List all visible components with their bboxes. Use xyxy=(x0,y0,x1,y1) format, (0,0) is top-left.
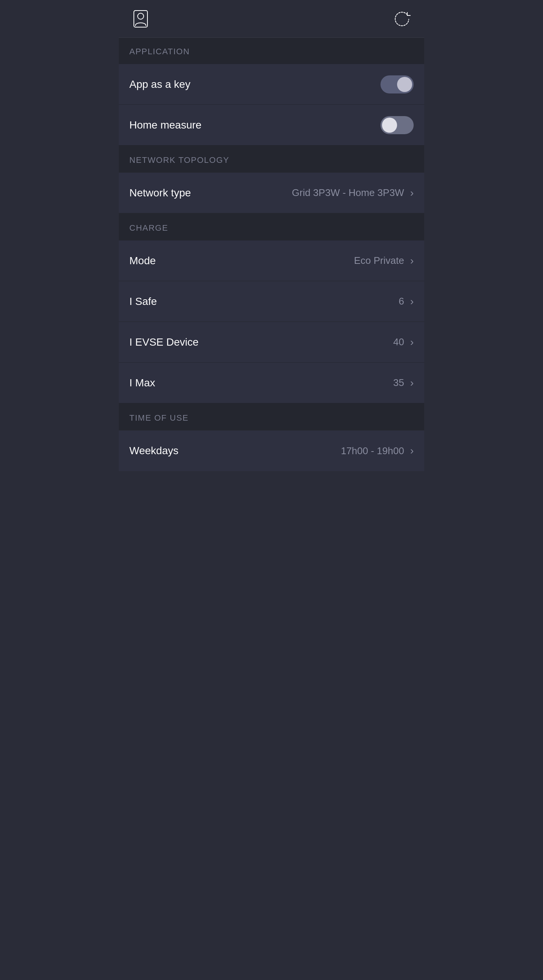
row-label-i-safe: I Safe xyxy=(129,296,157,307)
row-label-mode: Mode xyxy=(129,255,156,267)
chevron-icon-i-safe: › xyxy=(410,296,414,307)
row-label-weekdays: Weekdays xyxy=(129,445,178,457)
row-home-measure[interactable]: Home measure xyxy=(119,105,424,145)
row-right-app-as-a-key xyxy=(381,75,414,94)
row-right-mode: Eco Private› xyxy=(354,255,414,267)
section-label-time-of-use: TIME OF USE xyxy=(129,413,188,423)
row-right-home-measure xyxy=(381,116,414,134)
row-right-i-evse-device: 40› xyxy=(393,336,414,348)
row-label-app-as-a-key: App as a key xyxy=(129,78,190,91)
chevron-icon-mode: › xyxy=(410,255,414,267)
section-label-network-topology: NETWORK TOPOLOGY xyxy=(129,155,229,165)
refresh-button[interactable] xyxy=(391,8,414,30)
row-i-safe[interactable]: I Safe6› xyxy=(119,281,424,322)
row-right-i-safe: 6› xyxy=(398,296,414,307)
row-value-i-evse-device: 40 xyxy=(393,336,404,348)
section-header-network-topology: NETWORK TOPOLOGY xyxy=(119,146,424,173)
sections-container: APPLICATIONApp as a keyHome measureNETWO… xyxy=(119,38,424,471)
toggle-home-measure[interactable] xyxy=(381,116,414,134)
section-header-application: APPLICATION xyxy=(119,38,424,64)
row-value-i-safe: 6 xyxy=(398,296,404,307)
row-value-weekdays: 17h00 - 19h00 xyxy=(341,445,404,457)
row-right-network-type: Grid 3P3W - Home 3P3W› xyxy=(292,187,414,199)
row-value-mode: Eco Private xyxy=(354,255,404,266)
row-network-type[interactable]: Network typeGrid 3P3W - Home 3P3W› xyxy=(119,173,424,213)
row-i-evse-device[interactable]: I EVSE Device40› xyxy=(119,322,424,363)
row-label-i-max: I Max xyxy=(129,377,155,389)
row-label-network-type: Network type xyxy=(129,187,191,199)
profile-icon[interactable] xyxy=(129,8,152,30)
svg-point-1 xyxy=(138,13,144,19)
row-value-network-type: Grid 3P3W - Home 3P3W xyxy=(292,187,404,199)
row-mode[interactable]: ModeEco Private› xyxy=(119,240,424,281)
row-app-as-a-key[interactable]: App as a key xyxy=(119,64,424,105)
section-header-charge: CHARGE xyxy=(119,214,424,240)
row-weekdays[interactable]: Weekdays17h00 - 19h00› xyxy=(119,430,424,471)
row-label-home-measure: Home measure xyxy=(129,119,201,131)
row-right-i-max: 35› xyxy=(393,377,414,389)
toggle-app-as-a-key[interactable] xyxy=(381,75,414,94)
toggle-thumb-home-measure xyxy=(382,118,397,133)
row-label-i-evse-device: I EVSE Device xyxy=(129,336,199,348)
chevron-icon-weekdays: › xyxy=(410,445,414,457)
chevron-icon-i-evse-device: › xyxy=(410,336,414,348)
row-right-weekdays: 17h00 - 19h00› xyxy=(341,445,414,457)
section-label-charge: CHARGE xyxy=(129,223,168,232)
chevron-icon-network-type: › xyxy=(410,187,414,199)
section-header-time-of-use: TIME OF USE xyxy=(119,404,424,430)
row-i-max[interactable]: I Max35› xyxy=(119,363,424,403)
toggle-thumb-app-as-a-key xyxy=(397,77,412,92)
section-label-application: APPLICATION xyxy=(129,47,189,56)
header xyxy=(119,0,424,38)
row-value-i-max: 35 xyxy=(393,377,404,388)
chevron-icon-i-max: › xyxy=(410,377,414,389)
